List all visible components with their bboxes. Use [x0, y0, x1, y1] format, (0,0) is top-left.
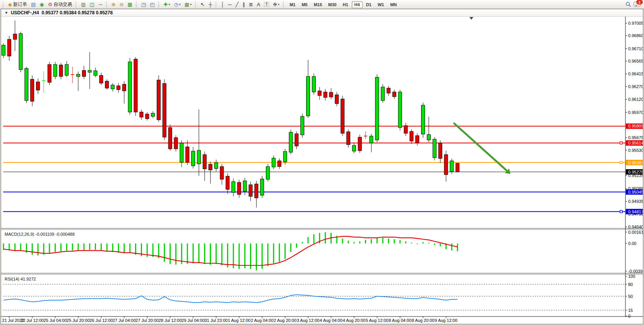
svg-text:0.95675: 0.95675 — [628, 135, 643, 140]
macd-layer: 0.001610.00-0.00391 — [3, 230, 643, 274]
dropdown-caret-icon: ▾ — [168, 3, 170, 6]
terminal-button[interactable]: ▤ — [29, 1, 37, 8]
svg-text:0.95809: 0.95809 — [628, 124, 643, 128]
dropdown-caret-icon: ▾ — [179, 3, 181, 6]
candle-chart-button[interactable]: ◫ — [88, 1, 96, 8]
svg-text:31 Jul 23:00: 31 Jul 23:00 — [204, 318, 228, 323]
candles-layer — [2, 20, 459, 208]
rsi-label: RSI(14) 41.9272 — [5, 277, 36, 281]
timeframe-m15-button[interactable]: M15 — [311, 1, 325, 8]
label-tool-button[interactable]: T — [262, 1, 271, 8]
svg-text:0.96270: 0.96270 — [628, 84, 643, 89]
svg-text:0.96120: 0.96120 — [628, 97, 643, 102]
chart-titlebar[interactable]: ▼ USDCHF-,H4 0.95377 0.95384 0.95278 0.9… — [1, 9, 643, 17]
fibonacci-icon: ≣ — [249, 2, 253, 7]
current-price-line: 0.95278 — [3, 169, 643, 175]
window-menu-icon[interactable]: ▼ — [5, 11, 8, 15]
dropdown-caret-icon: ▾ — [190, 3, 192, 6]
svg-text:0.96415: 0.96415 — [628, 71, 643, 76]
chart-shift-marker — [469, 17, 473, 20]
vertical-line-icon: │ — [221, 2, 224, 7]
hline-0.95614[interactable]: 0.95614 — [3, 140, 643, 146]
zoom-in-button[interactable]: ⊕ — [110, 1, 117, 8]
price-chart[interactable]: 0.970050.968600.967100.965650.964150.962… — [1, 17, 643, 324]
text-tool-button[interactable]: A — [255, 1, 262, 8]
periods-button[interactable]: ◷▾ — [172, 1, 182, 8]
svg-text:0.95278: 0.95278 — [628, 170, 643, 174]
channel-tool-button[interactable]: ∥ — [241, 1, 247, 8]
hline-0.95809[interactable]: 0.95809 — [3, 123, 643, 129]
horizontal-line-tool-button[interactable]: ─ — [226, 1, 233, 8]
toolbar-grip[interactable] — [75, 2, 77, 7]
svg-text:0.95045: 0.95045 — [628, 190, 643, 194]
timeframe-m1-button[interactable]: M1 — [287, 1, 298, 8]
bar-chart-button[interactable]: ▥ — [79, 1, 87, 8]
new-order-label: 新订单 — [13, 1, 27, 8]
indicators-button[interactable]: ✚▾ — [162, 1, 172, 8]
toolbar-grip[interactable] — [106, 2, 108, 7]
notifications-button[interactable]: 1 — [634, 2, 641, 7]
zoom-out-button[interactable]: ⊖ — [118, 1, 125, 8]
dropdown-caret-icon: ▾ — [278, 3, 279, 6]
arrows-tool-button[interactable]: ✥▾ — [271, 1, 281, 8]
svg-text:0.95387: 0.95387 — [628, 160, 643, 165]
auto-scroll-button[interactable]: ◳ — [140, 1, 147, 8]
svg-text:8 Aug 20:00: 8 Aug 20:00 — [412, 318, 435, 323]
toolbar-grip[interactable] — [3, 2, 5, 7]
date-axis: 21 Jul 202222 Jul 12:0025 Jul 04:0025 Ju… — [2, 316, 457, 323]
timeframe-mn-button[interactable]: MN — [387, 1, 399, 8]
tile-windows-button[interactable]: ▦ — [126, 1, 134, 8]
chart-window: ▼ USDCHF-,H4 0.95377 0.95384 0.95278 0.9… — [1, 9, 643, 324]
fibonacci-tool-button[interactable]: ≣ — [247, 1, 255, 8]
svg-text:-0.00391: -0.00391 — [628, 269, 643, 274]
svg-text:0.00161: 0.00161 — [628, 230, 643, 235]
svg-text:0.95970: 0.95970 — [628, 110, 643, 115]
main-toolbar: ◆ 新订单 ▤ ◉ ⚙ 自动交易 ▥ ◫ ∼ ⊕ ⊖ ▦ ◳ ◰ ✚▾ ◷▾ ▩… — [0, 0, 644, 9]
add-indicator-icon: ✚ — [164, 2, 168, 7]
chart-shift-button[interactable]: ◰ — [148, 1, 156, 8]
svg-text:0.00: 0.00 — [628, 241, 636, 246]
hline-0.95387[interactable]: 0.95387 — [3, 160, 643, 165]
new-order-button[interactable]: ◆ 新订单 — [7, 1, 29, 8]
rsi-layer: 1008050150 — [3, 274, 635, 318]
svg-text:27 Jul 20:00: 27 Jul 20:00 — [135, 318, 159, 323]
svg-text:80: 80 — [628, 282, 633, 287]
toolbar-grip[interactable] — [216, 2, 218, 7]
terminal-icon: ▤ — [31, 2, 36, 7]
timeframe-h4-button[interactable]: H4 — [352, 1, 363, 8]
toolbar-gr-ip[interactable] — [158, 2, 160, 7]
trend-arrow[interactable] — [454, 123, 510, 174]
candle-chart-icon: ◫ — [90, 2, 94, 7]
cursor-tool-button[interactable]: ↖ — [199, 1, 206, 8]
auto-trading-label: 自动交易 — [53, 1, 72, 8]
svg-text:22 Jul 12:00: 22 Jul 12:00 — [21, 318, 44, 323]
timeframe-m5-button[interactable]: M5 — [299, 1, 310, 8]
toolbar-grip[interactable] — [195, 2, 197, 7]
vertical-line-tool-button[interactable]: │ — [219, 1, 226, 8]
timeframe-w1-button[interactable]: W1 — [375, 1, 387, 8]
trendline-tool-button[interactable]: ╱ — [234, 1, 240, 8]
svg-text:3 Aug 12:00: 3 Aug 12:00 — [297, 318, 320, 323]
svg-text:28 Jul 12:00: 28 Jul 12:00 — [159, 318, 182, 323]
hline-0.94817[interactable]: 0.94817 — [3, 209, 643, 214]
signals-button[interactable]: ◉ — [38, 1, 45, 8]
line-chart-button[interactable]: ∼ — [97, 1, 104, 8]
search-icon[interactable] — [625, 2, 631, 7]
hline-0.95045[interactable]: 0.95045 — [3, 189, 643, 195]
horizontal-line-icon: ─ — [228, 2, 231, 7]
toolbar-grip[interactable] — [136, 2, 138, 7]
crosshair-tool-button[interactable]: ┼ — [207, 1, 214, 8]
svg-text:0.95530: 0.95530 — [628, 148, 643, 153]
timeframe-m30-button[interactable]: M30 — [325, 1, 339, 8]
auto-scroll-icon: ◳ — [141, 2, 146, 7]
timeframe-d1-button[interactable]: D1 — [363, 1, 374, 8]
templates-button[interactable]: ▩▾ — [183, 1, 193, 8]
toolbar-grip[interactable] — [283, 2, 285, 7]
timeframe-h1-button[interactable]: H1 — [340, 1, 351, 8]
svg-text:0.96710: 0.96710 — [628, 46, 643, 51]
chart-ohlc-readout: 0.95377 0.95384 0.95278 0.95278 — [42, 10, 113, 15]
crosshair-icon: ┼ — [209, 2, 212, 7]
svg-text:27 Jul 04:00: 27 Jul 04:00 — [113, 318, 136, 323]
auto-trading-button[interactable]: ⚙ 自动交易 — [46, 1, 74, 8]
signal-icon: ◉ — [39, 2, 44, 7]
